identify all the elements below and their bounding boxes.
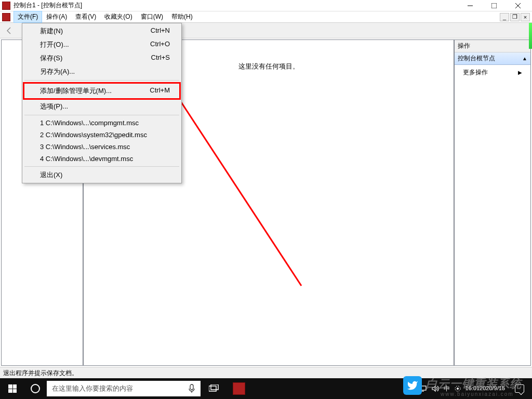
title-bar: 控制台1 - [控制台根节点] [0, 0, 532, 11]
menu-view[interactable]: 查看(V) [71, 11, 100, 23]
menu-new[interactable]: 新建(N) Ctrl+N [23, 24, 180, 38]
menu-open-label: 打开(O)... [40, 40, 69, 49]
green-indicator [529, 23, 532, 49]
menu-separator [24, 80, 179, 81]
menu-options-label: 选项(P)... [40, 102, 68, 111]
twitter-icon [407, 380, 418, 391]
menu-recent-2-label: 2 C:\Windows\system32\gpedit.msc [40, 131, 147, 139]
empty-message: 这里没有任何项目。 [238, 62, 299, 71]
menu-save[interactable]: 保存(S) Ctrl+S [23, 51, 180, 65]
mdi-app-icon[interactable] [2, 13, 10, 21]
menu-recent-1[interactable]: 1 C:\Windows\...\compmgmt.msc [23, 117, 180, 129]
menu-new-shortcut: Ctrl+N [151, 26, 170, 36]
task-view-button[interactable] [202, 378, 227, 399]
mdi-restore-button[interactable]: ❐ [510, 13, 520, 21]
menu-file[interactable]: 文件(F) [14, 11, 42, 23]
action-header: 操作 [455, 40, 530, 52]
menu-recent-4[interactable]: 4 C:\Windows\...\devmgmt.msc [23, 153, 180, 165]
menu-exit[interactable]: 退出(X) [23, 168, 180, 182]
start-button[interactable] [0, 378, 25, 399]
minimize-button[interactable] [458, 1, 482, 11]
menu-recent-3[interactable]: 3 C:\Windows\...\services.msc [23, 141, 180, 153]
menu-add-remove-shortcut: Ctrl+M [150, 86, 170, 96]
svg-rect-1 [491, 3, 497, 8]
menu-action[interactable]: 操作(A) [42, 11, 71, 23]
svg-rect-10 [190, 384, 193, 390]
app-icon [2, 2, 10, 10]
action-section[interactable]: 控制台根节点 ▲ [455, 52, 530, 65]
menu-exit-label: 退出(X) [40, 170, 62, 180]
menu-save-label: 保存(S) [40, 54, 62, 63]
menu-saveas-label: 另存为(A)... [40, 67, 75, 76]
menu-favorites[interactable]: 收藏夹(O) [100, 11, 136, 23]
back-icon [5, 26, 14, 35]
menu-recent-1-label: 1 C:\Windows\...\compmgmt.msc [40, 119, 139, 127]
taskbar-app-mmc[interactable] [227, 378, 251, 399]
twitter-logo-overlay [403, 376, 422, 395]
cortana-button[interactable] [25, 378, 46, 399]
mdi-minimize-button[interactable]: _ [500, 13, 509, 21]
menu-recent-3-label: 3 C:\Windows\...\services.msc [40, 143, 130, 151]
collapse-icon: ▲ [522, 56, 527, 61]
menu-separator [24, 115, 179, 115]
menu-open-shortcut: Ctrl+O [150, 40, 170, 49]
action-panel: 操作 控制台根节点 ▲ 更多操作 ▶ [454, 39, 531, 366]
submenu-icon: ▶ [518, 70, 522, 75]
menu-open[interactable]: 打开(O)... Ctrl+O [23, 38, 180, 51]
close-icon [515, 3, 521, 8]
mmc-app-icon [233, 382, 245, 395]
search-placeholder: 在这里输入你要搜索的内容 [52, 384, 188, 393]
menu-save-shortcut: Ctrl+S [151, 54, 170, 63]
minimize-icon [468, 3, 473, 8]
watermark-url: www.baiyunxiazai.com [441, 391, 514, 397]
svg-rect-11 [209, 386, 216, 391]
action-section-label: 控制台根节点 [458, 54, 495, 63]
microphone-icon [188, 384, 195, 393]
maximize-button[interactable] [482, 1, 506, 11]
menu-separator [24, 166, 179, 167]
mdi-close-button[interactable]: × [521, 13, 530, 21]
close-button[interactable] [506, 1, 530, 11]
search-input[interactable]: 在这里输入你要搜索的内容 [47, 381, 201, 396]
task-view-icon [209, 384, 219, 393]
maximize-icon [491, 3, 497, 8]
menu-add-remove-snapin[interactable]: 添加/删除管理单元(M)... Ctrl+M [23, 82, 181, 100]
watermark-text: 白云一键重装系统 [426, 376, 522, 392]
cortana-icon [31, 384, 40, 393]
menu-saveas[interactable]: 另存为(A)... [23, 65, 180, 78]
menu-help[interactable]: 帮助(H) [167, 11, 197, 23]
file-dropdown-menu: 新建(N) Ctrl+N 打开(O)... Ctrl+O 保存(S) Ctrl+… [22, 23, 182, 183]
windows-logo-icon [8, 384, 17, 393]
menu-window[interactable]: 窗口(W) [137, 11, 167, 23]
back-button[interactable] [3, 24, 16, 37]
menu-recent-2[interactable]: 2 C:\Windows\system32\gpedit.msc [23, 129, 180, 141]
menu-recent-4-label: 4 C:\Windows\...\devmgmt.msc [40, 155, 133, 163]
window-title: 控制台1 - [控制台根节点] [14, 1, 458, 10]
action-more-label: 更多操作 [463, 68, 488, 77]
menu-bar: 文件(F) 操作(A) 查看(V) 收藏夹(O) 窗口(W) 帮助(H) _ ❐… [0, 11, 532, 23]
menu-new-label: 新建(N) [40, 26, 63, 36]
action-more[interactable]: 更多操作 ▶ [455, 65, 530, 80]
menu-add-remove-label: 添加/删除管理单元(M)... [40, 86, 112, 96]
svg-rect-12 [211, 384, 218, 390]
menu-options[interactable]: 选项(P)... [23, 100, 180, 113]
